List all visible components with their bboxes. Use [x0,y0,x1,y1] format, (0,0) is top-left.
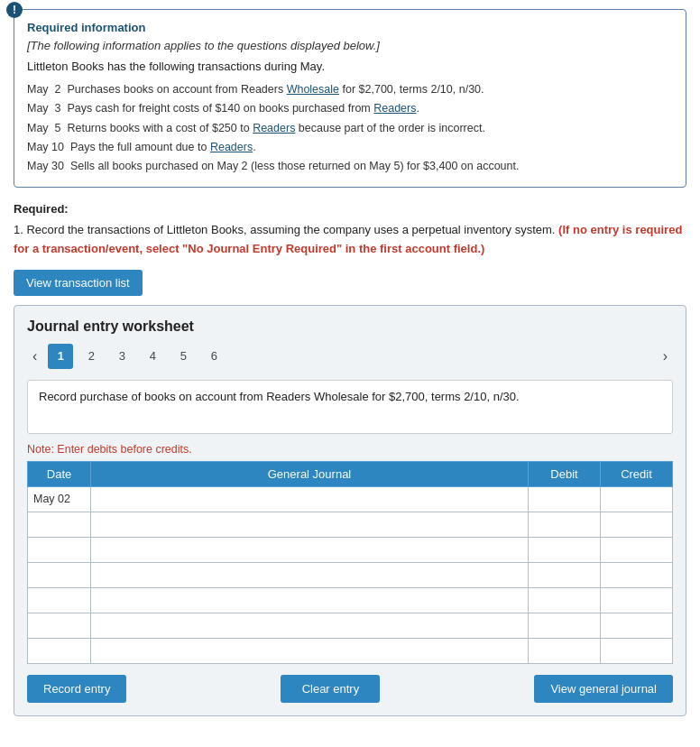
row2-date [28,512,91,537]
table-row [28,562,673,587]
note-line: Note: Enter debits before credits. [27,443,673,456]
row2-credit-input[interactable] [604,512,668,536]
instruction-text: 1. Record the transactions of Littleton … [14,223,682,255]
row7-journal[interactable] [91,638,529,663]
row5-debit-input[interactable] [532,588,596,612]
col-header-date: Date [28,461,91,486]
row6-credit-input[interactable] [604,613,668,637]
page-4-btn[interactable]: 4 [140,344,165,369]
row6-journal[interactable] [91,613,529,638]
col-header-credit: Credit [601,461,673,486]
row4-credit[interactable] [601,562,673,587]
info-title: Required information [27,21,673,34]
row3-journal-input[interactable] [95,538,524,561]
next-page-btn[interactable]: › [658,346,673,366]
row7-date [28,638,91,663]
table-row [28,587,673,613]
clear-entry-button[interactable]: Clear entry [281,675,380,703]
worksheet-title: Journal entry worksheet [27,318,673,335]
transaction-2: May 3 Pays cash for freight costs of $14… [27,99,673,118]
row1-credit[interactable] [601,486,673,512]
row5-credit[interactable] [601,587,673,613]
row1-debit[interactable] [529,486,601,512]
row3-credit[interactable] [601,537,673,562]
row1-credit-input[interactable] [604,487,668,511]
table-row: May 02 [28,486,673,512]
info-intro: Littleton Books has the following transa… [27,60,673,73]
required-section: Required: 1. Record the transactions of … [14,200,686,258]
row2-debit[interactable] [529,512,601,537]
row5-journal[interactable] [91,587,529,613]
row1-journal[interactable] [91,486,529,512]
row2-credit[interactable] [601,512,673,537]
row6-journal-input[interactable] [95,613,524,637]
row1-date: May 02 [28,486,91,512]
page-1-btn[interactable]: 1 [48,344,73,369]
row6-date [28,613,91,638]
view-journal-button[interactable]: View general journal [534,675,673,703]
transactions-list: May 2 Purchases books on account from Re… [27,80,673,176]
row4-debit[interactable] [529,562,601,587]
row4-date [28,562,91,587]
view-transaction-btn[interactable]: View transaction list [14,270,143,296]
info-icon: ! [6,2,23,18]
row4-journal[interactable] [91,562,529,587]
record-entry-button[interactable]: Record entry [27,675,126,703]
entry-description: Record purchase of books on account from… [27,380,673,434]
col-header-journal: General Journal [91,461,529,486]
row5-debit[interactable] [529,587,601,613]
transaction-4: May 10 Pays the full amount due to Reade… [27,138,673,157]
row5-credit-input[interactable] [604,588,668,612]
transaction-1: May 2 Purchases books on account from Re… [27,80,673,99]
row1-journal-input[interactable] [95,487,524,511]
row4-journal-input[interactable] [95,563,524,586]
row4-debit-input[interactable] [532,563,596,586]
row3-debit-input[interactable] [532,538,596,561]
row3-debit[interactable] [529,537,601,562]
table-row [28,537,673,562]
row5-date [28,587,91,613]
row7-journal-input[interactable] [95,639,524,662]
table-row [28,613,673,638]
row5-journal-input[interactable] [95,588,524,612]
row2-journal-input[interactable] [95,512,524,536]
row7-credit[interactable] [601,638,673,663]
info-box: ! Required information [The following in… [14,9,686,188]
page-2-btn[interactable]: 2 [78,344,104,369]
row2-debit-input[interactable] [532,512,596,536]
row7-debit-input[interactable] [532,639,596,662]
row6-debit[interactable] [529,613,601,638]
table-row [28,638,673,663]
transaction-5: May 30 Sells all books purchased on May … [27,157,673,176]
row3-date [28,537,91,562]
col-header-debit: Debit [529,461,601,486]
page-6-btn[interactable]: 6 [201,344,226,369]
row3-journal[interactable] [91,537,529,562]
transaction-3: May 5 Returns books with a cost of $250 … [27,119,673,138]
row7-credit-input[interactable] [604,639,668,662]
worksheet-panel: Journal entry worksheet ‹ 1 2 3 4 5 6 › … [14,305,686,716]
journal-table: Date General Journal Debit Credit May 02 [27,461,673,664]
page-3-btn[interactable]: 3 [109,344,134,369]
info-italic: [The following information applies to th… [27,39,673,52]
instruction-start: 1. Record the transactions of Littleton … [14,223,558,236]
row6-debit-input[interactable] [532,613,596,637]
table-row [28,512,673,537]
row2-journal[interactable] [91,512,529,537]
row6-credit[interactable] [601,613,673,638]
row3-credit-input[interactable] [604,538,668,561]
required-label: Required: [14,200,686,219]
page-5-btn[interactable]: 5 [170,344,196,369]
prev-page-btn[interactable]: ‹ [27,346,42,366]
pagination: ‹ 1 2 3 4 5 6 › [27,344,673,369]
row7-debit[interactable] [529,638,601,663]
row1-debit-input[interactable] [532,487,596,511]
row4-credit-input[interactable] [604,563,668,586]
bottom-buttons: Record entry Clear entry View general jo… [27,675,673,703]
